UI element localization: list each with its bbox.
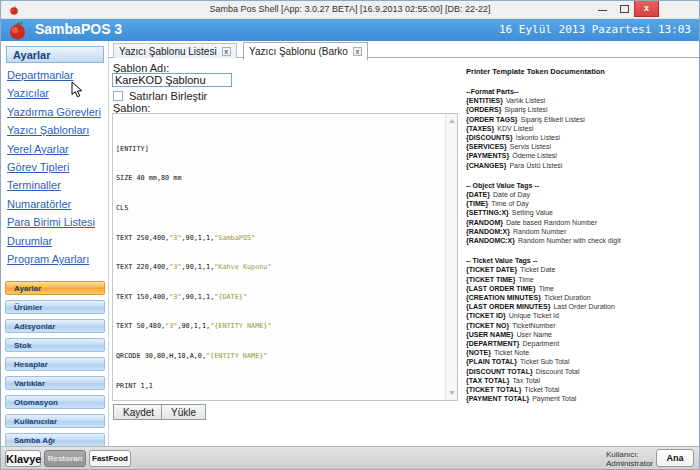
accordion-item[interactable]: Samba Ağı	[5, 433, 105, 447]
doc-desc: Discount Total	[536, 368, 580, 375]
app-header: SambaPOS 3 16 Eylül 2013 Pazartesi 13:03	[1, 19, 699, 41]
tab-close-icon[interactable]: x	[353, 47, 362, 56]
template-name-input[interactable]	[112, 73, 232, 87]
doc-token: {NOTE}	[466, 349, 491, 356]
sidebar-link[interactable]: Departmanlar	[7, 65, 107, 83]
doc-token: {TICKET TIME}	[466, 276, 515, 283]
doc-token-row: {TAX TOTAL}Tax Total	[466, 376, 698, 385]
doc-section-ticket-value-tags: -- Ticket Value Tags -- {TICKET DATE}Tic…	[466, 256, 698, 403]
maximize-icon[interactable]	[620, 5, 629, 13]
doc-token: {SETTING:X}	[466, 209, 509, 216]
accordion-item[interactable]: Hesaplar	[5, 357, 105, 371]
doc-desc: Varlık Listesi	[506, 97, 545, 104]
doc-desc: Random Number	[513, 228, 566, 235]
doc-token-row: {LAST ORDER MINUTES}Last Order Duration	[466, 302, 698, 311]
sidebar-link[interactable]: Durumlar	[7, 231, 107, 249]
doc-desc: Time	[518, 276, 533, 283]
sidebar-link[interactable]: Para Birimi Listesi	[7, 212, 107, 230]
doc-token-row: {CREATION MINUTES}Ticket Duration	[466, 293, 698, 302]
accordion-item[interactable]: Ürünler	[5, 300, 105, 314]
save-button[interactable]: Kaydet	[113, 404, 164, 420]
template-code: [ENTITY] SIZE 40 mm,80 mm CLS TEXT 250,4…	[116, 116, 444, 401]
doc-desc: Sipariş Etiketi Listesi	[521, 116, 585, 123]
doc-token: {RANDOM}	[466, 219, 503, 226]
sambapos-logo-icon	[8, 20, 28, 40]
doc-token-row: {SERVICES}Servis Listesi	[466, 142, 698, 151]
merge-lines-label: Satırları Birleştir	[129, 90, 207, 102]
doc-token-row: {PAYMENT TOTAL}Payment Total	[466, 394, 698, 403]
scroll-down-icon[interactable]	[449, 391, 455, 395]
accordion-item[interactable]: Stok	[5, 338, 105, 352]
doc-token-row: {TAXES}KDV Listesi	[466, 124, 698, 133]
department-button-restoran[interactable]: Restoran	[44, 450, 86, 467]
doc-section-object-value-tags: -- Object Value Tags -- {DATE}Date of Da…	[466, 181, 698, 245]
doc-desc: Tax Total	[513, 377, 541, 384]
sidebar-link[interactable]: Terminaller	[7, 175, 107, 193]
doc-desc: KDV Listesi	[497, 125, 533, 132]
doc-token-row: {SETTING:X}Setting Value	[466, 208, 698, 217]
editor-scrollbar[interactable]	[445, 114, 457, 400]
doc-token-row: {USER NAME}User Name	[466, 330, 698, 339]
doc-token-row: {DISCOUNT TOTAL}Discount Total	[466, 367, 698, 376]
sidebar-link[interactable]: Program Ayarları	[7, 249, 107, 267]
doc-desc: TicketNumber	[512, 322, 555, 329]
accordion-item[interactable]: Ayarlar	[5, 281, 105, 295]
doc-token: {PAYMENTS}	[466, 152, 509, 159]
doc-desc: Date based Random Number	[506, 219, 597, 226]
doc-token-row: {DATE}Date of Day	[466, 190, 698, 199]
doc-desc: Para Üstü Listesi	[509, 162, 562, 169]
doc-token: {SERVICES}	[466, 143, 507, 150]
minimize-icon[interactable]	[598, 10, 607, 11]
doc-token-row: {NOTE}Ticket Note	[466, 348, 698, 357]
accordion-item[interactable]: Kullanıcılar	[5, 414, 105, 428]
doc-desc: Date of Day	[493, 191, 530, 198]
tab-close-icon[interactable]: x	[222, 47, 231, 56]
sidebar-link[interactable]: Numaratörler	[7, 194, 107, 212]
sidebar-link[interactable]: Yazıcı Şablonları	[7, 120, 107, 138]
department-button-fastfood[interactable]: FastFood	[89, 450, 131, 467]
merge-lines-checkbox[interactable]	[113, 91, 123, 101]
doc-desc: Random Number with check digit	[518, 237, 621, 244]
doc-token: {ENTITIES}	[466, 97, 503, 104]
tab-printer-template-list[interactable]: Yazıcı Şablonu Listesi x	[113, 43, 237, 60]
doc-token: {DATE}	[466, 191, 490, 198]
doc-token: {ORDER TAGS}	[466, 116, 518, 123]
close-icon[interactable]: x	[634, 1, 659, 17]
doc-token: {CREATION MINUTES}	[466, 294, 541, 301]
accordion-item[interactable]: Adisyonlar	[5, 319, 105, 333]
title-bar: Samba Pos Shell [App: 3.0.27 BETA] [16.9…	[1, 1, 699, 19]
doc-token-row: {CHANGES}Para Üstü Listesi	[466, 161, 698, 170]
doc-token-row: {TICKET TIME}Time	[466, 275, 698, 284]
sidebar-link[interactable]: Yazıcılar	[7, 83, 107, 101]
scroll-up-icon[interactable]	[449, 119, 455, 123]
doc-token: {DISCOUNT TOTAL}	[466, 368, 533, 375]
tab-strip: Yazıcı Şablonu Listesi x Yazıcı Şablonu …	[109, 41, 699, 58]
main-region: Ayarlar Departmanlar Yazıcılar Yazdırma …	[1, 41, 699, 447]
doc-title: Printer Template Token Documentation	[466, 67, 698, 76]
sidebar-link[interactable]: Yerel Ayarlar	[7, 139, 107, 157]
doc-token: {PLAIN TOTAL}	[466, 358, 517, 365]
doc-desc: İskonto Listesi	[516, 134, 560, 141]
doc-desc: Setting Value	[512, 209, 553, 216]
main-menu-button[interactable]: Ana Menü	[656, 449, 694, 467]
token-documentation: Printer Template Token Documentation --F…	[466, 67, 698, 404]
keyboard-button[interactable]: Klavye	[5, 450, 41, 467]
doc-token: {PAYMENT TOTAL}	[466, 395, 529, 402]
sidebar-link[interactable]: Yazdırma Görevleri	[7, 102, 107, 120]
header-datetime: 16 Eylül 2013 Pazartesi 13:03	[499, 23, 691, 36]
doc-token-row: {TICKET NO}TicketNumber	[466, 321, 698, 330]
doc-token: {TICKET ID}	[466, 312, 506, 319]
doc-token-row: {RANDOM:X}Random Number	[466, 227, 698, 236]
doc-token: {LAST ORDER MINUTES}	[466, 303, 550, 310]
accordion-item[interactable]: Otomasyon	[5, 395, 105, 409]
sidebar: Ayarlar Departmanlar Yazıcılar Yazdırma …	[1, 41, 109, 447]
template-code-editor[interactable]: [ENTITY] SIZE 40 mm,80 mm CLS TEXT 250,4…	[112, 113, 458, 401]
sidebar-link[interactable]: Görev Tipleri	[7, 157, 107, 175]
tab-printer-template-barcode[interactable]: Yazıcı Şablonu (Barko x	[243, 42, 368, 60]
doc-token-row: {TICKET TOTAL}Ticket Total	[466, 385, 698, 394]
doc-token: {CHANGES}	[466, 162, 506, 169]
accordion-item[interactable]: Varlıklar	[5, 376, 105, 390]
load-button[interactable]: Yükle	[161, 404, 206, 420]
app-title: SambaPOS 3	[35, 21, 122, 37]
doc-token: {DISCOUNTS}	[466, 134, 513, 141]
